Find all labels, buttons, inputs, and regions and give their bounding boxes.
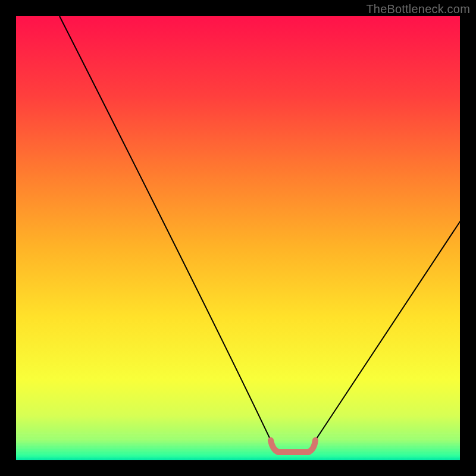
chart-stage: TheBottleneck.com	[0, 0, 476, 476]
heat-gradient-background	[16, 16, 460, 460]
bottleneck-chart	[0, 0, 476, 476]
watermark-text: TheBottleneck.com	[366, 2, 470, 16]
